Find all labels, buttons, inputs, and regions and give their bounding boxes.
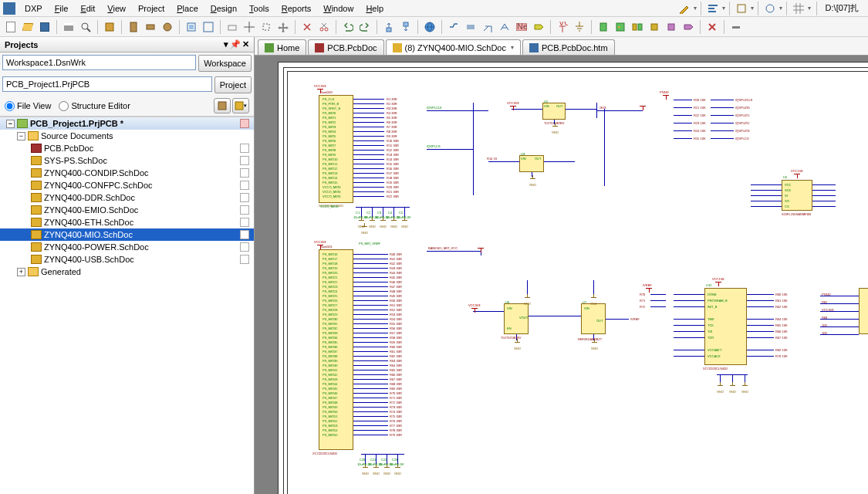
svg-rect-1 xyxy=(708,8,714,9)
panel-menu-icon[interactable]: ▾ xyxy=(224,39,228,49)
workspace-button[interactable]: Workspace xyxy=(198,55,252,72)
panel-pin-icon[interactable]: 📌 xyxy=(230,39,241,49)
fileview-radio[interactable]: File View xyxy=(5,101,51,111)
preview-button[interactable] xyxy=(78,19,93,35)
vcc-button[interactable]: VCC xyxy=(555,19,570,35)
tree-project-root[interactable]: − PCB_Project1.PrjPCB * xyxy=(0,117,254,130)
svg-rect-2 xyxy=(708,11,716,12)
wire-button[interactable] xyxy=(446,19,461,35)
fit-button[interactable] xyxy=(201,19,216,35)
panel-title: Projects ▾ 📌 ✕ xyxy=(0,37,254,52)
structure-radio[interactable]: Structure Editor xyxy=(59,101,130,111)
panel-ic2-icon[interactable]: ▾ xyxy=(232,98,249,113)
menu-help[interactable]: Help xyxy=(360,2,390,15)
tab-pcb[interactable]: PCB.PcbDoc xyxy=(308,39,383,55)
tree-item[interactable]: ZYNQ400-ETH.SchDoc xyxy=(0,216,254,228)
tool-grid-icon[interactable] xyxy=(791,1,806,16)
busent-button[interactable] xyxy=(480,19,495,35)
netlabel-button[interactable] xyxy=(497,19,512,35)
hier-down-button[interactable] xyxy=(398,19,414,35)
new-button[interactable] xyxy=(3,19,19,35)
cut-button[interactable] xyxy=(225,19,240,35)
menu-edit[interactable]: Edit xyxy=(74,2,101,15)
print-button[interactable] xyxy=(61,19,76,35)
harness-button[interactable] xyxy=(664,19,679,35)
workspace-input[interactable] xyxy=(2,55,196,70)
comp1-button[interactable] xyxy=(126,19,141,35)
noer-button[interactable] xyxy=(704,19,720,35)
bus-button[interactable] xyxy=(463,19,478,35)
app-logo-icon xyxy=(3,2,15,15)
tree-item[interactable]: ZYNQ400-USB.SchDoc xyxy=(0,253,254,266)
lib-button[interactable] xyxy=(102,19,117,35)
tab-home[interactable]: Home xyxy=(258,39,306,55)
open-button[interactable] xyxy=(20,19,35,35)
project-input[interactable] xyxy=(2,76,212,92)
panel-ic1-icon[interactable] xyxy=(214,98,231,113)
tree-source-docs[interactable]: − Source Documents xyxy=(0,130,254,142)
svg-rect-0 xyxy=(708,5,718,6)
hier-up-button[interactable] xyxy=(381,19,397,35)
menu-tools[interactable]: Tools xyxy=(243,2,275,15)
move-button[interactable] xyxy=(275,19,291,35)
tree-item[interactable]: ZYNQ400-EMIO.SchDoc xyxy=(0,204,254,216)
tool-align-icon[interactable] xyxy=(705,1,721,16)
tree-item[interactable]: ZYNQ400-DDR.SchDoc xyxy=(0,191,254,204)
sheetent-button[interactable] xyxy=(630,19,645,35)
svg-text:VCC: VCC xyxy=(559,22,568,27)
svg-rect-7 xyxy=(106,23,113,31)
tree-item[interactable]: ZYNQ400-CONFPC.SchDoc xyxy=(0,179,254,191)
schematic-canvas[interactable]: XC7Z020CLG400Bank500VCCO_MIO0PS_CLKR1 33… xyxy=(255,56,868,494)
svg-point-19 xyxy=(325,28,328,31)
svg-rect-20 xyxy=(387,28,391,32)
tree-generated[interactable]: + Generated xyxy=(0,266,254,278)
svg-rect-14 xyxy=(228,25,236,30)
project-tree[interactable]: − PCB_Project1.PrjPCB * − Source Documen… xyxy=(0,117,254,494)
redo-button[interactable] xyxy=(357,19,373,35)
save-button[interactable] xyxy=(37,19,52,35)
dim-button[interactable] xyxy=(728,19,744,35)
cross-button[interactable] xyxy=(241,19,257,35)
port-button[interactable] xyxy=(531,19,546,35)
menu-project[interactable]: Project xyxy=(132,2,171,15)
svg-rect-21 xyxy=(404,22,408,26)
menu-reports[interactable]: Reports xyxy=(275,2,318,15)
menu-file[interactable]: File xyxy=(49,2,75,15)
tool-net-icon[interactable] xyxy=(762,1,778,16)
svg-point-5 xyxy=(82,23,88,29)
comp2-button[interactable] xyxy=(143,19,158,35)
sheet-button[interactable] xyxy=(613,19,628,35)
svg-point-4 xyxy=(766,5,774,12)
tab-htm[interactable]: PCB.PcbDoc.htm xyxy=(522,39,615,55)
undo-button[interactable] xyxy=(340,19,356,35)
project-button[interactable]: Project xyxy=(214,76,252,93)
cutx-button[interactable] xyxy=(299,19,315,35)
svg-rect-40 xyxy=(732,26,740,29)
schematic-component[interactable] xyxy=(859,288,868,334)
device-button[interactable] xyxy=(647,19,662,35)
netbox-button[interactable]: Net xyxy=(514,19,529,35)
harness2-button[interactable] xyxy=(681,19,696,35)
svg-rect-17 xyxy=(263,24,269,30)
select-button[interactable] xyxy=(258,19,274,35)
tool-draw-icon[interactable] xyxy=(677,1,692,16)
gnd-button[interactable] xyxy=(572,19,587,35)
menu-dxp[interactable]: DXP xyxy=(19,2,49,15)
menu-design[interactable]: Design xyxy=(204,2,243,15)
cut2-button[interactable] xyxy=(316,19,332,35)
tab-sch[interactable]: (8) ZYNQ400-MIO.SchDoc▾ xyxy=(386,39,521,55)
part-button[interactable] xyxy=(596,19,611,35)
tree-item[interactable]: ZYNQ400-POWER.SchDoc xyxy=(0,241,254,253)
browser-button[interactable] xyxy=(422,19,437,35)
menu-window[interactable]: Window xyxy=(317,2,360,15)
zoom-button[interactable] xyxy=(184,19,199,35)
tool-layer-icon[interactable] xyxy=(734,1,749,16)
tree-item[interactable]: ZYNQ400-MIO.SchDoc xyxy=(0,228,254,241)
menu-view[interactable]: View xyxy=(101,2,132,15)
panel-close-icon[interactable]: ✕ xyxy=(242,39,249,49)
comp3-button[interactable] xyxy=(160,19,175,35)
menu-place[interactable]: Place xyxy=(171,2,204,15)
tree-item[interactable]: PCB.PcbDoc xyxy=(0,142,254,154)
tree-item[interactable]: ZYNQ400-CONDIP.SchDoc xyxy=(0,167,254,179)
tree-item[interactable]: SYS-PS.SchDoc xyxy=(0,154,254,167)
